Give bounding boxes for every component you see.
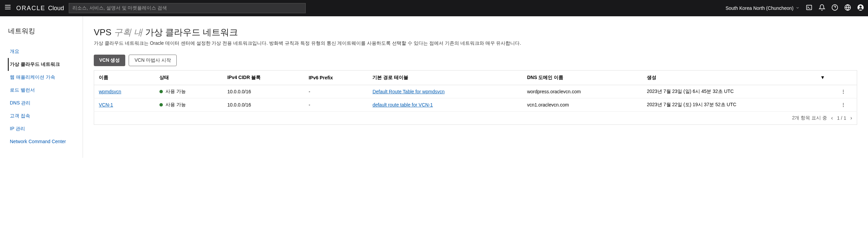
column-actions xyxy=(830,71,857,85)
status-badge: 사용 가능 xyxy=(159,89,218,95)
hamburger-icon[interactable] xyxy=(4,3,12,13)
sidebar: 네트워킹 개요 가상 클라우드 네트워크 웹 애플리케이션 가속 로드 밸런서 … xyxy=(0,16,83,158)
sidebar-item-vcn[interactable]: 가상 클라우드 네트워크 xyxy=(8,58,74,71)
column-ipv4-cidr[interactable]: IPv4 CIDR 블록 xyxy=(222,71,304,85)
svg-rect-3 xyxy=(807,5,812,9)
created-value: 2023년 7월 23일 (일) 6시 45분 32초 UTC xyxy=(642,85,830,98)
table-footer: 2개 항목 표시 중 ‹ 1 / 1 › xyxy=(94,112,857,125)
ipv4-cidr-value: 10.0.0.0/16 xyxy=(222,98,304,112)
logo-brand: ORACLE xyxy=(16,5,45,12)
page-description: 가상 클라우드 네트워크는 Oracle 데이터 센터에 설정한 가상 전용 네… xyxy=(94,40,857,46)
status-text: 사용 가능 xyxy=(166,89,186,95)
status-text: 사용 가능 xyxy=(166,102,186,108)
status-badge: 사용 가능 xyxy=(159,102,218,108)
title-suffix: 가상 클라우드 네트워크 xyxy=(145,27,238,37)
table-row: wpmdsvcn 사용 가능 10.0.0.0/16 - Default Rou… xyxy=(94,85,857,98)
main-layout: 네트워킹 개요 가상 클라우드 네트워크 웹 애플리케이션 가속 로드 밸런서 … xyxy=(0,16,868,158)
sidebar-item-load-balancer[interactable]: 로드 밸런서 xyxy=(8,84,74,97)
ipv6-prefix-value: - xyxy=(304,98,368,112)
sidebar-title: 네트워킹 xyxy=(8,26,74,36)
action-buttons: VCN 생성 VCN 마법사 시작 xyxy=(94,55,857,66)
title-compartment: 구획 내 xyxy=(114,27,143,37)
table-row: VCN-1 사용 가능 10.0.0.0/16 - default route … xyxy=(94,98,857,112)
route-table-link[interactable]: default route table for VCN-1 xyxy=(372,102,433,108)
status-dot-icon xyxy=(159,90,163,93)
column-created-label: 생성 xyxy=(647,75,656,80)
vcn-table: 이름 상태 IPv4 CIDR 블록 IPv6 Prefix 기본 경로 테이블… xyxy=(94,70,857,112)
region-label: South Korea North (Chuncheon) xyxy=(725,5,794,11)
title-prefix: VPS xyxy=(94,27,111,37)
prev-page-button[interactable]: ‹ xyxy=(831,115,833,121)
vcn-name-link[interactable]: wpmdsvcn xyxy=(99,89,121,94)
page-title: VPS 구획 내 가상 클라우드 네트워크 xyxy=(94,26,857,38)
globe-icon[interactable] xyxy=(844,4,851,12)
content: VPS 구획 내 가상 클라우드 네트워크 가상 클라우드 네트워크는 Orac… xyxy=(83,16,868,158)
ipv4-cidr-value: 10.0.0.0/16 xyxy=(222,85,304,98)
column-ipv6-prefix[interactable]: IPv6 Prefix xyxy=(304,71,368,85)
notifications-icon[interactable] xyxy=(819,4,825,12)
sidebar-item-customer-connectivity[interactable]: 고객 접속 xyxy=(8,110,74,122)
column-default-route-table[interactable]: 기본 경로 테이블 xyxy=(368,71,522,85)
logo[interactable]: ORACLE Cloud xyxy=(16,5,64,12)
sidebar-item-ip-management[interactable]: IP 관리 xyxy=(8,122,74,135)
column-created[interactable]: 생성 ▼ xyxy=(642,71,830,85)
logo-product: Cloud xyxy=(48,5,64,12)
dev-tools-icon[interactable] xyxy=(806,4,812,12)
dns-domain-value: vcn1.oraclevcn.com xyxy=(522,98,642,112)
created-value: 2023년 7월 22일 (토) 19시 37분 52초 UTC xyxy=(642,98,830,112)
column-status[interactable]: 상태 xyxy=(155,71,223,85)
vcn-name-link[interactable]: VCN-1 xyxy=(99,102,113,108)
header-right: South Korea North (Chuncheon) xyxy=(725,4,864,12)
sort-desc-icon: ▼ xyxy=(820,75,825,80)
header: ORACLE Cloud 리소스, 서비스, 설명서 및 마켓플레이스 검색 S… xyxy=(0,0,868,16)
search-input[interactable]: 리소스, 서비스, 설명서 및 마켓플레이스 검색 xyxy=(69,3,306,13)
column-name[interactable]: 이름 xyxy=(94,71,155,85)
row-actions-menu[interactable]: ⋮ xyxy=(830,98,857,112)
table-header-row: 이름 상태 IPv4 CIDR 블록 IPv6 Prefix 기본 경로 테이블… xyxy=(94,71,857,85)
ipv6-prefix-value: - xyxy=(304,85,368,98)
sidebar-item-overview[interactable]: 개요 xyxy=(8,45,74,58)
row-actions-menu[interactable]: ⋮ xyxy=(830,85,857,98)
profile-icon[interactable] xyxy=(857,4,864,12)
svg-point-10 xyxy=(860,5,862,8)
next-page-button[interactable]: › xyxy=(850,115,852,121)
sidebar-nav: 개요 가상 클라우드 네트워크 웹 애플리케이션 가속 로드 밸런서 DNS 관… xyxy=(8,45,74,148)
sidebar-item-dns[interactable]: DNS 관리 xyxy=(8,97,74,110)
pagination-summary: 2개 항목 표시 중 xyxy=(792,115,827,121)
status-dot-icon xyxy=(159,103,163,107)
region-selector[interactable]: South Korea North (Chuncheon) xyxy=(725,5,800,11)
route-table-link[interactable]: Default Route Table for wpmdsvcn xyxy=(372,89,444,94)
search-placeholder: 리소스, 서비스, 설명서 및 마켓플레이스 검색 xyxy=(72,5,167,11)
help-icon[interactable] xyxy=(831,4,838,12)
dns-domain-value: wordpress.oraclevcn.com xyxy=(522,85,642,98)
start-wizard-button[interactable]: VCN 마법사 시작 xyxy=(129,55,176,66)
sidebar-item-waa[interactable]: 웹 애플리케이션 가속 xyxy=(8,71,74,84)
column-dns-domain[interactable]: DNS 도메인 이름 xyxy=(522,71,642,85)
sidebar-item-network-command-center[interactable]: Network Command Center xyxy=(8,135,74,148)
create-vcn-button[interactable]: VCN 생성 xyxy=(94,55,125,66)
chevron-down-icon xyxy=(796,5,800,11)
page-display: 1 / 1 xyxy=(837,115,846,121)
